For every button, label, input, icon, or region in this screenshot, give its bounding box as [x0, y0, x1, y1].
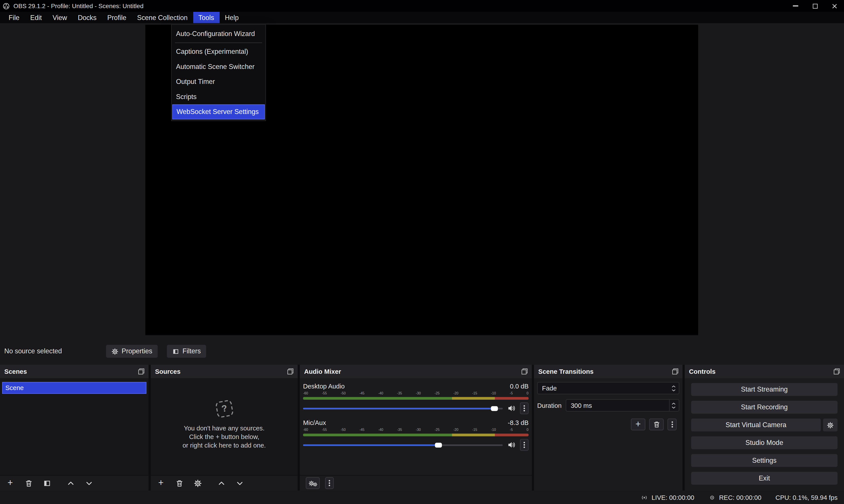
start-recording-label: Start Recording	[741, 403, 788, 411]
menu-item-automatic-scene-switcher[interactable]: Automatic Scene Switcher	[172, 59, 265, 74]
obs-logo-icon	[3, 2, 10, 10]
channel-options-button[interactable]	[520, 402, 528, 414]
popout-icon[interactable]	[834, 368, 840, 374]
speaker-icon	[507, 404, 516, 413]
statusbar: LIVE: 00:00:00 REC: 00:00:00 CPU: 0.1%, …	[0, 491, 844, 504]
filter-icon	[43, 479, 51, 487]
tick-label: -40	[378, 391, 383, 396]
popout-icon[interactable]	[138, 368, 144, 374]
menu-profile[interactable]: Profile	[102, 12, 132, 23]
chevron-up-icon	[67, 479, 75, 487]
sources-empty-line: You don't have any sources.	[184, 424, 265, 432]
menu-item-scripts[interactable]: Scripts	[172, 89, 265, 105]
controls-dock: Controls Start Streaming Start Recording…	[685, 365, 844, 491]
close-button[interactable]	[825, 0, 844, 12]
trash-icon	[24, 479, 33, 487]
volume-row	[303, 440, 528, 450]
menu-tools[interactable]: Tools	[193, 12, 219, 23]
add-scene-button[interactable]: +	[6, 479, 15, 487]
start-streaming-button[interactable]: Start Streaming	[691, 383, 838, 396]
tick-label: 0	[527, 391, 528, 396]
plus-icon: +	[635, 421, 641, 428]
scene-list-item[interactable]: Scene	[2, 382, 146, 394]
menu-item-websocket-server-settings[interactable]: WebSocket Server Settings	[172, 104, 265, 120]
mute-button[interactable]	[507, 404, 516, 413]
volume-slider[interactable]	[303, 444, 503, 446]
menu-scene-collection[interactable]: Scene Collection	[132, 12, 193, 23]
duration-spin-arrows[interactable]	[669, 400, 678, 411]
cpu-fps-stats: CPU: 0.1%, 59.94 fps	[775, 494, 838, 501]
move-source-down-button[interactable]	[235, 479, 244, 487]
meter-scale: -60 -55 -50 -45 -40 -35 -30 -25 -20 -15 …	[303, 391, 528, 396]
menu-help[interactable]: Help	[219, 12, 244, 23]
kebab-icon	[671, 421, 673, 428]
tick-label: -15	[472, 391, 477, 396]
close-icon	[831, 3, 837, 9]
mixer-channel-desktop-audio: Desktop Audio 0.0 dB -60 -55 -50 -45 -40…	[303, 381, 528, 413]
obs-window: OBS 29.1.2 - Profile: Untitled - Scenes:…	[0, 0, 844, 504]
audio-mixer-dock-header: Audio Mixer	[300, 365, 532, 378]
advanced-audio-properties-button[interactable]	[306, 477, 320, 489]
caret-up-icon	[671, 402, 676, 405]
move-scene-up-button[interactable]	[66, 479, 75, 487]
add-source-button[interactable]: +	[157, 479, 165, 487]
source-status-text: No source selected	[4, 347, 62, 355]
sources-toolbar: +	[151, 475, 298, 491]
sources-empty-area[interactable]: ? You don't have any sources. Click the …	[151, 378, 298, 475]
tick-label: -5	[510, 391, 513, 396]
popout-icon[interactable]	[672, 368, 678, 374]
menu-docks[interactable]: Docks	[72, 12, 102, 23]
start-virtual-camera-button[interactable]: Start Virtual Camera	[691, 418, 821, 432]
scene-filters-button[interactable]	[42, 479, 51, 487]
scene-transitions-dock-title: Scene Transitions	[538, 367, 594, 375]
transition-options-button[interactable]	[668, 418, 677, 430]
virtual-camera-row: Start Virtual Camera	[691, 418, 838, 432]
transition-select[interactable]: Fade	[537, 382, 680, 394]
filters-button[interactable]: Filters	[167, 345, 206, 358]
move-source-up-button[interactable]	[217, 479, 226, 487]
start-recording-button[interactable]: Start Recording	[691, 401, 838, 414]
record-icon	[708, 494, 716, 501]
question-mark-icon: ?	[215, 399, 233, 418]
move-scene-down-button[interactable]	[85, 479, 93, 487]
properties-button[interactable]: Properties	[106, 345, 158, 358]
source-properties-button[interactable]	[193, 479, 202, 487]
gear-icon	[111, 348, 119, 355]
channel-name: Desktop Audio	[303, 382, 345, 390]
minimize-button[interactable]	[786, 0, 805, 12]
exit-button[interactable]: Exit	[691, 472, 838, 485]
add-transition-button[interactable]: +	[631, 418, 645, 430]
settings-button[interactable]: Settings	[691, 454, 838, 467]
popout-icon[interactable]	[287, 368, 293, 374]
menu-edit[interactable]: Edit	[25, 12, 47, 23]
popout-icon[interactable]	[522, 368, 528, 374]
remove-source-button[interactable]	[175, 479, 183, 487]
virtual-camera-settings-button[interactable]	[823, 418, 838, 432]
mixer-options-button[interactable]	[325, 477, 334, 489]
menu-item-captions-experimental[interactable]: Captions (Experimental)	[172, 44, 265, 59]
scenes-dock-title: Scenes	[4, 367, 27, 375]
scenes-dock: Scenes Scene +	[0, 365, 148, 491]
channel-options-button[interactable]	[520, 439, 528, 451]
maximize-button[interactable]	[805, 0, 825, 12]
menu-item-auto-configuration-wizard[interactable]: Auto-Configuration Wizard	[172, 26, 265, 41]
volume-slider[interactable]	[303, 408, 503, 409]
volume-slider-handle[interactable]	[435, 443, 442, 447]
menu-view[interactable]: View	[47, 12, 72, 23]
audio-mixer-dock-title: Audio Mixer	[304, 367, 341, 375]
controls-body: Start Streaming Start Recording Start Vi…	[685, 378, 844, 491]
duration-row: Duration 300 ms	[537, 399, 680, 412]
remove-scene-button[interactable]	[24, 479, 33, 487]
transition-select-arrows[interactable]	[669, 382, 678, 394]
kebab-icon	[328, 480, 331, 487]
volume-slider-handle[interactable]	[491, 406, 498, 411]
scene-list[interactable]: Scene	[0, 378, 148, 475]
menu-file[interactable]: File	[3, 12, 25, 23]
tick-label: -20	[453, 428, 458, 433]
remove-transition-button[interactable]	[649, 418, 664, 430]
menu-item-output-timer[interactable]: Output Timer	[172, 74, 265, 89]
titlebar: OBS 29.1.2 - Profile: Untitled - Scenes:…	[0, 0, 844, 12]
mute-button[interactable]	[507, 440, 516, 449]
duration-spinbox[interactable]: 300 ms	[566, 399, 679, 412]
studio-mode-button[interactable]: Studio Mode	[691, 436, 838, 449]
